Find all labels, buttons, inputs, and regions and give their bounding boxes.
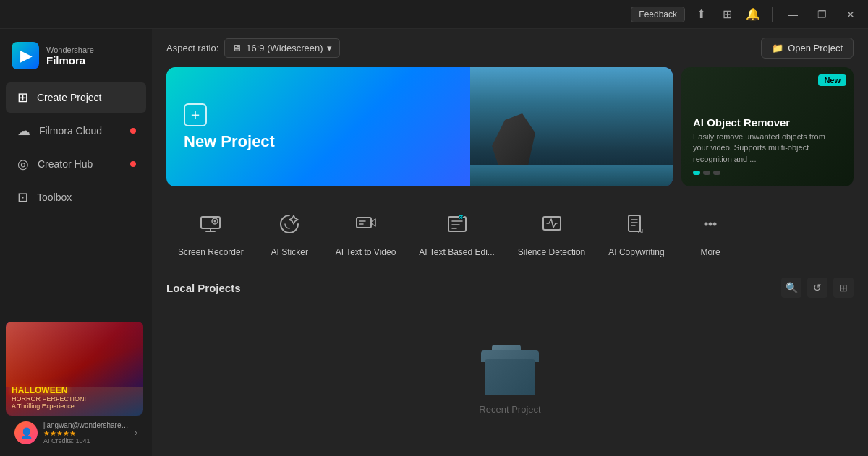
promo-dots (693, 171, 842, 175)
chevron-down-icon: ▾ (327, 43, 332, 53)
more-icon (693, 207, 728, 241)
hero-section: ＋ New Project New AI Object Remover Easi… (152, 67, 868, 186)
sidebar-item-label: Toolbox (37, 192, 72, 203)
svg-rect-3 (357, 218, 371, 228)
ai-text-to-video-icon (349, 207, 383, 241)
svg-point-11 (709, 223, 712, 226)
promo-banner-subtitle: HORROR PERFECTION! (12, 395, 137, 403)
sidebar-item-creator-hub[interactable]: ◎ Creator Hub (6, 149, 146, 179)
ocean-waves (470, 165, 673, 186)
sidebar-item-label: Filmora Cloud (39, 125, 102, 137)
ai-copywriting-icon: AI (619, 207, 654, 241)
tool-ai-text-based-edit[interactable]: CC AI Text Based Edi... (407, 198, 506, 266)
refresh-button[interactable]: ↺ (807, 278, 827, 298)
aspect-ratio-selector: Aspect ratio: 🖥 16:9 (Widescreen) ▾ (166, 38, 340, 58)
empty-state: Recent Project (152, 304, 868, 456)
sidebar-item-filmora-cloud[interactable]: ☁ Filmora Cloud (6, 116, 146, 146)
ocean-rock (492, 107, 535, 172)
cloud-icon: ☁ (17, 123, 30, 139)
new-project-card[interactable]: ＋ New Project (166, 67, 673, 186)
logo-icon: ▶ (12, 42, 39, 69)
tool-screen-recorder[interactable]: Screen Recorder (166, 198, 255, 266)
tool-more[interactable]: More (676, 198, 745, 266)
sidebar: ▶ Wondershare Filmora ⊞ Create Project ☁… (0, 29, 152, 456)
maximize-button[interactable]: ❐ (810, 4, 833, 25)
open-project-button[interactable]: 📁 Open Project (761, 38, 854, 59)
feedback-button[interactable]: Feedback (631, 7, 685, 22)
promo-card-desc: Easily remove unwanted objects from your… (693, 132, 842, 165)
sidebar-item-toolbox[interactable]: ⊡ Toolbox (6, 182, 146, 212)
aspect-ratio-dropdown[interactable]: 🖥 16:9 (Widescreen) ▾ (224, 38, 340, 58)
user-chevron-icon: › (135, 428, 137, 438)
main-content: Aspect ratio: 🖥 16:9 (Widescreen) ▾ 📁 Op… (152, 29, 868, 456)
svg-point-2 (214, 220, 216, 223)
new-project-plus-icon: ＋ (184, 103, 207, 126)
ai-text-based-icon: CC (440, 207, 475, 241)
separator (772, 7, 773, 22)
svg-text:CC: CC (459, 215, 465, 220)
notification-dot (130, 128, 136, 134)
user-credits: AI Credits: 1041 (43, 437, 129, 444)
new-project-image (470, 67, 673, 186)
svg-text:AI: AI (638, 228, 643, 233)
tool-label: AI Text to Video (336, 247, 396, 257)
tool-ai-copywriting[interactable]: AI AI Copywriting (597, 198, 676, 266)
close-button[interactable]: ✕ (839, 4, 862, 25)
tool-silence-detection[interactable]: Silence Detection (506, 198, 597, 266)
minimize-button[interactable]: — (781, 4, 804, 25)
dot-3 (713, 171, 720, 175)
promo-banner[interactable]: HALLOWEEN HORROR PERFECTION! A Thrilling… (6, 322, 143, 416)
new-project-label: New Project (184, 132, 275, 151)
notification-dot (130, 161, 136, 167)
aspect-ratio-value: 16:9 (Widescreen) (246, 43, 323, 53)
dot-2 (703, 171, 710, 175)
screen-icon: 🖥 (232, 43, 242, 53)
toolbox-icon: ⊡ (17, 189, 28, 205)
promo-card-title: AI Object Remover (693, 116, 842, 129)
view-toggle-button[interactable]: ⊞ (833, 278, 854, 298)
tool-label: AI Text Based Edi... (419, 247, 495, 257)
promo-banner-sub2: A Thrilling Experience (12, 403, 137, 410)
top-bar: Aspect ratio: 🖥 16:9 (Widescreen) ▾ 📁 Op… (152, 29, 868, 67)
search-button[interactable]: 🔍 (781, 278, 801, 298)
upload-icon[interactable]: ⬆ (691, 4, 711, 25)
new-project-left: ＋ New Project (166, 89, 292, 165)
user-stars: ★★★★★ (43, 429, 129, 437)
user-email: jiangwan@wondershare.com (43, 421, 129, 429)
promo-card[interactable]: New AI Object Remover Easily remove unwa… (681, 67, 854, 186)
tool-ai-sticker[interactable]: AI Sticker (255, 198, 324, 266)
logo-text: Wondershare Filmora (46, 46, 94, 66)
ocean-image (470, 67, 673, 186)
open-project-label: Open Project (788, 43, 843, 53)
quick-tools: Screen Recorder AI Sticker (152, 186, 868, 266)
empty-box-icon (477, 345, 542, 395)
sidebar-item-create-project[interactable]: ⊞ Create Project (6, 82, 146, 113)
tool-label: Silence Detection (518, 247, 585, 257)
svg-point-12 (713, 223, 717, 226)
box-body (485, 359, 535, 395)
sidebar-item-label: Creator Hub (38, 158, 93, 170)
bell-icon[interactable]: 🔔 (743, 4, 763, 25)
tool-label: Screen Recorder (178, 247, 244, 257)
title-bar: Feedback ⬆ ⊞ 🔔 — ❐ ✕ (0, 0, 868, 29)
brand-name: Wondershare (46, 46, 94, 54)
svg-point-10 (705, 223, 708, 226)
folder-icon: 📁 (772, 43, 783, 53)
create-project-icon: ⊞ (17, 90, 28, 106)
product-name: Filmora (46, 54, 94, 66)
tool-label: More (700, 247, 720, 257)
tool-label: AI Sticker (271, 247, 308, 257)
grid-icon[interactable]: ⊞ (717, 4, 737, 25)
empty-label: Recent Project (479, 404, 540, 415)
user-area[interactable]: 👤 jiangwan@wondershare.com ★★★★★ AI Cred… (6, 416, 146, 450)
tool-ai-text-to-video[interactable]: AI Text to Video (324, 198, 408, 266)
logo-area: ▶ Wondershare Filmora (0, 35, 152, 81)
aspect-ratio-label: Aspect ratio: (166, 43, 218, 53)
header-actions: 🔍 ↺ ⊞ (781, 278, 854, 298)
local-projects-title: Local Projects (166, 282, 241, 294)
promo-badge: New (818, 74, 846, 86)
user-info: jiangwan@wondershare.com ★★★★★ AI Credit… (43, 421, 129, 444)
avatar: 👤 (14, 421, 38, 444)
sidebar-item-label: Create Project (37, 92, 101, 103)
silence-detection-icon (535, 207, 569, 241)
